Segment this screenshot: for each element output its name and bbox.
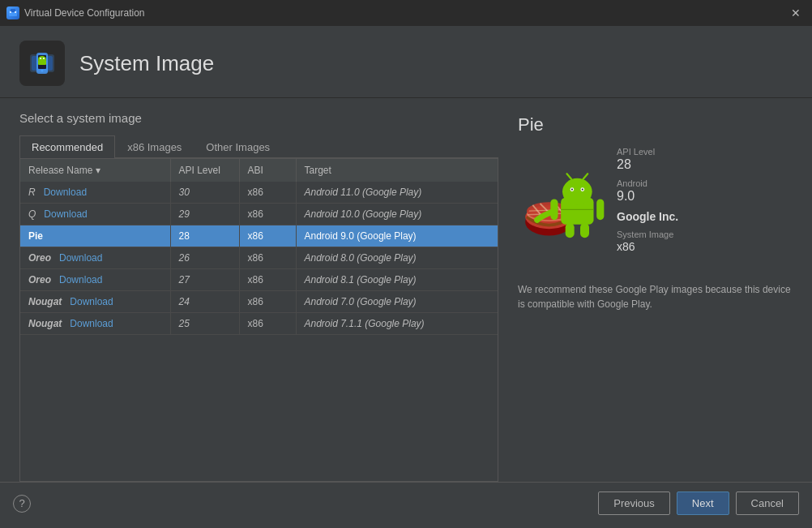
system-image-table[interactable]: Release Name ▾ API Level ABI Target R Do… [19,158,498,482]
release-prefix: Nougat [28,296,62,307]
svg-point-11 [40,58,41,59]
table-row[interactable]: Nougat Download 24 x86 Android 7.0 (Goog… [20,291,498,313]
target-cell: Android 10.0 (Google Play) [296,204,498,225]
svg-point-12 [43,58,45,59]
svg-rect-31 [550,199,558,220]
api-level-value: 28 [617,157,678,172]
system-image-value: x86 [617,240,678,253]
vendor-detail: Google Inc. [617,210,678,223]
api-level-cell: 25 [170,313,239,335]
download-link[interactable]: Download [70,318,113,329]
release-name-cell: Pie [20,225,170,247]
svg-point-27 [571,188,573,190]
recommend-text: We recommend these Google Play images be… [518,282,793,311]
select-label: Select a system image [19,111,498,125]
abi-cell: x86 [239,204,296,225]
dialog-header: System Image [0,26,812,98]
release-prefix: Oreo [28,274,51,285]
col-header-target: Target [296,159,498,182]
app-icon [6,6,19,19]
table-row[interactable]: Q Download 29 x86 Android 10.0 (Google P… [20,204,498,225]
svg-point-2 [10,11,11,13]
abi-cell: x86 [239,182,296,204]
android-label: Android [617,178,678,188]
download-link[interactable]: Download [44,187,87,198]
title-bar: Virtual Device Configuration ✕ [0,0,812,26]
release-prefix: R [28,187,36,198]
release-prefix: Pie [28,230,43,242]
android-detail: Android 9.0 [617,178,678,204]
col-header-release-name[interactable]: Release Name ▾ [20,159,170,182]
download-link[interactable]: Download [44,208,87,220]
api-level-cell: 27 [170,269,239,291]
help-button[interactable]: ? [13,495,31,513]
target-cell: Android 8.1 (Google Play) [296,269,498,291]
release-prefix: Oreo [28,252,51,264]
col-header-abi: ABI [239,159,296,182]
target-cell: Android 8.0 (Google Play) [296,247,498,269]
vendor-value: Google Inc. [617,210,678,223]
api-level-cell: 29 [170,204,239,225]
svg-rect-33 [566,222,575,237]
target-cell: Android 11.0 (Google Play) [296,182,498,204]
svg-point-3 [15,11,16,13]
svg-point-28 [582,188,583,190]
download-link[interactable]: Download [59,274,102,285]
window-title: Virtual Device Configuration [24,7,145,19]
tab-recommended[interactable]: Recommended [19,135,115,158]
release-name-cell: Nougat Download [20,313,170,335]
footer-right: Previous Next Cancel [598,492,799,515]
next-button[interactable]: Next [677,492,729,515]
api-level-cell: 28 [170,225,239,247]
detail-info: API Level 28 Android 9.0 Google Inc. Sys… [617,147,678,260]
abi-cell: x86 [239,247,296,269]
table-row-selected[interactable]: Pie 28 x86 Android 9.0 (Google Play) [20,225,498,247]
tabs: Recommended x86 Images Other Images [19,135,498,158]
download-link[interactable]: Download [59,252,102,264]
svg-point-8 [41,70,44,72]
release-name-cell: Oreo Download [20,269,170,291]
previous-button[interactable]: Previous [598,492,670,515]
svg-line-29 [567,174,572,178]
svg-rect-10 [38,60,46,65]
api-level-label: API Level [617,147,678,157]
release-name-cell: Oreo Download [20,247,170,269]
api-level-cell: 26 [170,247,239,269]
cancel-button[interactable]: Cancel [736,492,799,515]
right-panel: Pie [498,98,812,482]
release-name-cell: R Download [20,182,170,204]
svg-line-30 [583,174,588,178]
tab-x86-images[interactable]: x86 Images [115,135,194,158]
android-mascot-image [518,159,607,248]
abi-cell: x86 [239,269,296,291]
title-bar-left: Virtual Device Configuration [6,6,145,19]
download-link[interactable]: Download [70,296,113,307]
close-button[interactable]: ✕ [786,5,806,21]
release-name-cell: Q Download [20,204,170,225]
table-row[interactable]: R Download 30 x86 Android 11.0 (Google P… [20,182,498,204]
abi-cell: x86 [239,291,296,313]
svg-rect-32 [596,199,604,220]
abi-cell: x86 [239,313,296,335]
table-header-row: Release Name ▾ API Level ABI Target [20,159,498,182]
table-row[interactable]: Oreo Download 27 x86 Android 8.1 (Google… [20,269,498,291]
svg-rect-1 [11,9,15,12]
left-panel: Select a system image Recommended x86 Im… [0,98,498,482]
target-cell: Android 7.0 (Google Play) [296,291,498,313]
api-level-detail: API Level 28 [617,147,678,172]
abi-cell: x86 [239,225,296,247]
detail-title: Pie [518,114,793,135]
tab-other-images[interactable]: Other Images [194,135,282,158]
svg-point-24 [562,178,592,204]
footer-left: ? [13,495,31,513]
table-row[interactable]: Nougat Download 25 x86 Android 7.1.1 (Go… [20,313,498,335]
api-level-cell: 24 [170,291,239,313]
release-name-cell: Nougat Download [20,291,170,313]
release-prefix: Nougat [28,318,62,329]
api-level-cell: 30 [170,182,239,204]
table-row[interactable]: Oreo Download 26 x86 Android 8.0 (Google… [20,247,498,269]
android-image-area: API Level 28 Android 9.0 Google Inc. Sys… [518,147,793,260]
page-title: System Image [79,51,214,76]
target-cell: Android 9.0 (Google Play) [296,225,498,247]
svg-rect-34 [580,222,589,237]
